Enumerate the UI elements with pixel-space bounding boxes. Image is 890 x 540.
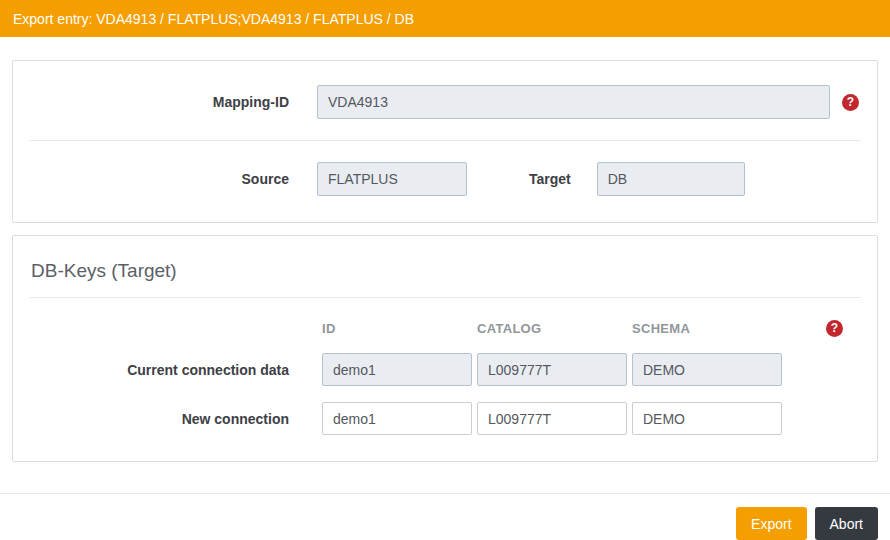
new-connection-catalog-field[interactable] — [477, 402, 627, 435]
mapping-id-label: Mapping-ID — [29, 94, 317, 110]
help-icon[interactable]: ? — [842, 94, 859, 111]
current-connection-schema-field — [632, 353, 782, 386]
export-button[interactable]: Export — [736, 507, 806, 540]
new-connection-id-field[interactable] — [322, 402, 472, 435]
db-keys-grid: ID CATALOG SCHEMA ? Current connection d… — [29, 320, 861, 435]
mapping-id-row: Mapping-ID ? — [29, 85, 861, 119]
column-header-schema: SCHEMA — [632, 321, 782, 336]
source-field — [317, 162, 467, 196]
db-keys-panel: DB-Keys (Target) ID CATALOG SCHEMA ? Cur… — [12, 235, 878, 462]
mapping-id-field — [317, 85, 830, 119]
source-label: Source — [29, 171, 317, 187]
window-title-bar: Export entry: VDA4913 / FLATPLUS;VDA4913… — [0, 0, 890, 37]
source-target-row: Source Target — [29, 162, 861, 196]
footer-action-bar: Export Abort — [0, 493, 890, 540]
db-keys-title: DB-Keys (Target) — [31, 260, 861, 282]
title-divider — [29, 297, 861, 298]
panel-divider — [29, 140, 861, 141]
column-header-catalog: CATALOG — [477, 321, 627, 336]
page-title: Export entry: VDA4913 / FLATPLUS;VDA4913… — [13, 11, 414, 27]
current-connection-id-field — [322, 353, 472, 386]
new-connection-schema-field[interactable] — [632, 402, 782, 435]
current-connection-catalog-field — [477, 353, 627, 386]
abort-button[interactable]: Abort — [815, 507, 878, 540]
mapping-panel: Mapping-ID ? Source Target — [12, 60, 878, 223]
target-field — [597, 162, 745, 196]
target-label: Target — [529, 171, 571, 187]
help-icon[interactable]: ? — [826, 320, 843, 337]
current-connection-label: Current connection data — [29, 362, 317, 378]
new-connection-label: New connection — [29, 411, 317, 427]
column-header-id: ID — [322, 321, 472, 336]
